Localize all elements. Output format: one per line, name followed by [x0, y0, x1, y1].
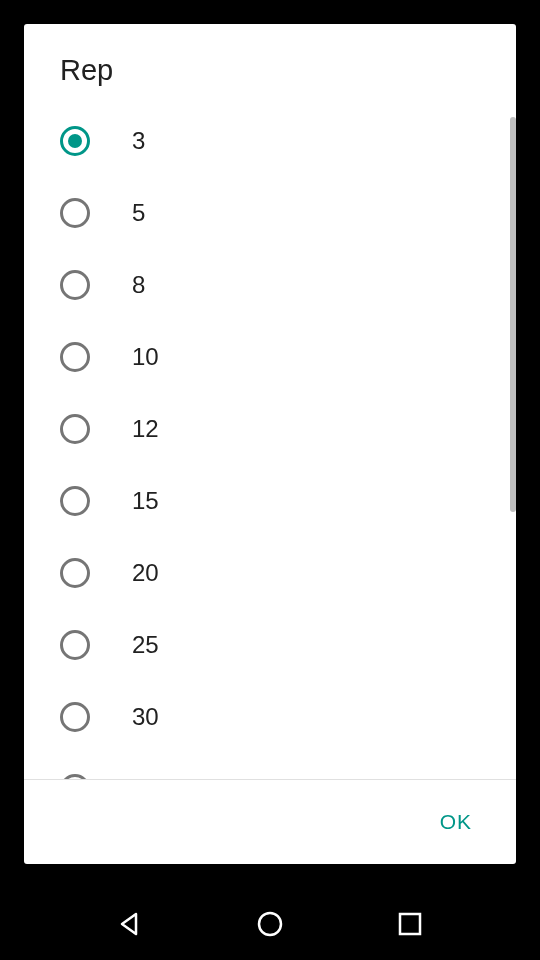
radio-label: 8	[132, 271, 145, 299]
radio-option[interactable]: 20	[24, 537, 516, 609]
back-icon	[116, 910, 144, 938]
radio-label: 25	[132, 631, 159, 659]
radio-icon	[60, 126, 90, 156]
radio-option[interactable]: 3	[24, 105, 516, 177]
radio-icon	[60, 774, 90, 779]
svg-point-0	[259, 913, 281, 935]
radio-option[interactable]: 25	[24, 609, 516, 681]
radio-option[interactable]: 8	[24, 249, 516, 321]
radio-label: 10	[132, 343, 159, 371]
dialog-list[interactable]: 35810121520253040	[24, 105, 516, 779]
dialog-actions: OK	[24, 779, 516, 864]
radio-icon	[60, 342, 90, 372]
circle-icon	[256, 910, 284, 938]
square-icon	[396, 910, 424, 938]
dialog-title: Rep	[24, 24, 516, 105]
radio-icon	[60, 630, 90, 660]
recent-button[interactable]	[394, 908, 426, 940]
radio-inner-icon	[68, 134, 82, 148]
ok-button[interactable]: OK	[424, 802, 488, 842]
radio-icon	[60, 702, 90, 732]
radio-option[interactable]: 15	[24, 465, 516, 537]
rep-dialog: Rep 35810121520253040 OK	[24, 24, 516, 864]
radio-option[interactable]: 12	[24, 393, 516, 465]
radio-icon	[60, 198, 90, 228]
home-button[interactable]	[254, 908, 286, 940]
radio-label: 5	[132, 199, 145, 227]
radio-label: 20	[132, 559, 159, 587]
radio-label: 30	[132, 703, 159, 731]
radio-icon	[60, 558, 90, 588]
radio-icon	[60, 414, 90, 444]
radio-icon	[60, 486, 90, 516]
radio-icon	[60, 270, 90, 300]
radio-option[interactable]: 5	[24, 177, 516, 249]
radio-label: 12	[132, 415, 159, 443]
scrollbar[interactable]	[510, 117, 516, 512]
dialog-list-wrapper: 35810121520253040	[24, 105, 516, 779]
svg-rect-1	[400, 914, 420, 934]
radio-option[interactable]: 30	[24, 681, 516, 753]
back-button[interactable]	[114, 908, 146, 940]
radio-label: 3	[132, 127, 145, 155]
radio-option[interactable]: 10	[24, 321, 516, 393]
radio-option[interactable]: 40	[24, 753, 516, 779]
radio-label: 15	[132, 487, 159, 515]
radio-label: 40	[132, 775, 159, 779]
navigation-bar	[0, 888, 540, 960]
